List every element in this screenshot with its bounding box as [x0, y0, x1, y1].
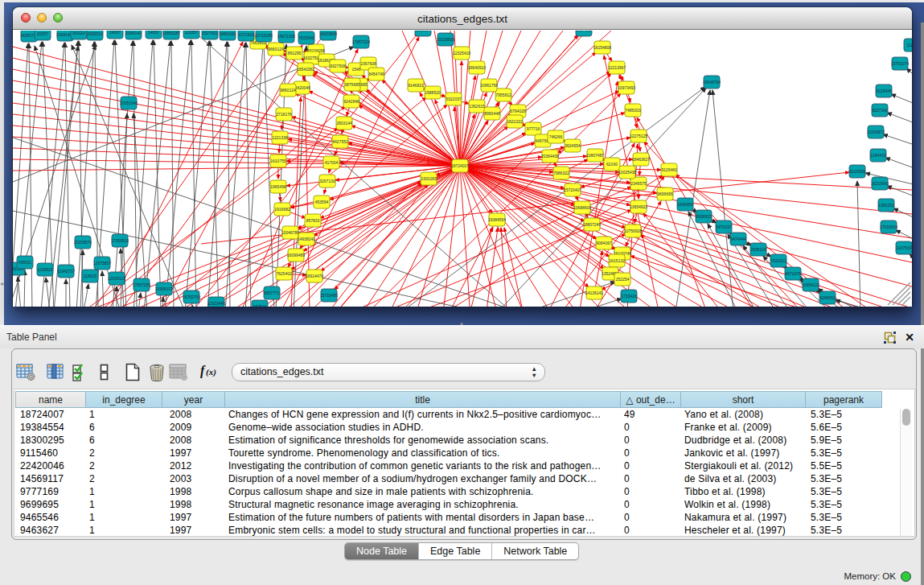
svg-text:20364436: 20364436 — [541, 154, 559, 159]
svg-text:2935114: 2935114 — [750, 247, 766, 252]
svg-text:19384554: 19384554 — [488, 217, 506, 222]
svg-text:7485003: 7485003 — [625, 108, 641, 113]
svg-text:12905115: 12905115 — [108, 276, 125, 281]
svg-text:1615132: 1615132 — [609, 258, 625, 263]
svg-text:6794028: 6794028 — [510, 109, 526, 113]
svg-text:1071918: 1071918 — [238, 32, 254, 37]
svg-text:11175: 11175 — [906, 43, 912, 47]
svg-text:7515546: 7515546 — [298, 35, 314, 40]
svg-text:12213967: 12213967 — [608, 65, 626, 70]
svg-text:10961758: 10961758 — [480, 83, 498, 88]
svg-text:62160: 62160 — [606, 162, 618, 167]
svg-text:2803144: 2803144 — [336, 121, 352, 126]
svg-text:1640954: 1640954 — [677, 202, 693, 207]
svg-text:10653287: 10653287 — [162, 31, 180, 35]
svg-text:16210643: 16210643 — [871, 181, 889, 186]
svg-text:9657771: 9657771 — [264, 290, 280, 295]
svg-text:1244415: 1244415 — [870, 153, 886, 158]
svg-text:16914479: 16914479 — [306, 274, 323, 278]
svg-text:1369251: 1369251 — [878, 203, 894, 208]
svg-text:2087662: 2087662 — [576, 31, 592, 32]
svg-text:1905513: 1905513 — [87, 31, 103, 36]
svg-text:9245652: 9245652 — [819, 295, 836, 300]
svg-text:20557: 20557 — [37, 31, 48, 36]
svg-text:8427552: 8427552 — [332, 139, 348, 144]
svg-text:12275125: 12275125 — [630, 134, 647, 138]
svg-text:417004: 417004 — [325, 160, 339, 165]
svg-text:16099489: 16099489 — [287, 253, 305, 257]
svg-text:5322037: 5322037 — [446, 97, 462, 101]
svg-text:12923445: 12923445 — [207, 301, 225, 306]
svg-text:9327508: 9327508 — [330, 64, 346, 68]
svg-text:7632621: 7632621 — [770, 258, 786, 263]
svg-text:891295: 891295 — [288, 51, 302, 56]
svg-text:10756928: 10756928 — [624, 229, 642, 233]
svg-text:1167534: 1167534 — [896, 245, 911, 250]
svg-text:150513: 150513 — [253, 304, 267, 307]
svg-text:1527602: 1527602 — [202, 31, 218, 35]
svg-text:746266: 746266 — [549, 134, 563, 139]
svg-text:f: f — [200, 364, 206, 378]
svg-text:977716: 977716 — [527, 126, 540, 131]
svg-text:8454749: 8454749 — [368, 72, 384, 76]
svg-text:18724007: 18724007 — [451, 163, 469, 168]
svg-text:3875685: 3875685 — [344, 82, 360, 87]
svg-text:1916682: 1916682 — [274, 207, 290, 212]
svg-text:13654923: 13654923 — [630, 204, 647, 209]
svg-text:10654122: 10654122 — [802, 282, 819, 287]
svg-text:453594: 453594 — [315, 200, 329, 204]
svg-text:8471676: 8471676 — [785, 271, 801, 276]
svg-text:1610755: 1610755 — [270, 159, 286, 163]
svg-text:17857224: 17857224 — [352, 39, 370, 44]
svg-text:3624554: 3624554 — [565, 143, 581, 148]
svg-text:8813054: 8813054 — [415, 31, 431, 32]
svg-text:1733426: 1733426 — [621, 294, 637, 299]
svg-text:10046786: 10046786 — [281, 230, 299, 235]
svg-text:169114: 169114 — [72, 31, 86, 35]
svg-text:1156829: 1156829 — [37, 267, 52, 272]
svg-text:16671355: 16671355 — [277, 34, 295, 39]
svg-text:9129946: 9129946 — [876, 89, 892, 93]
svg-text:12975857: 12975857 — [93, 261, 111, 266]
svg-text:16154808: 16154808 — [593, 45, 611, 50]
svg-text:1588520: 1588520 — [425, 90, 441, 95]
svg-text:16543362: 16543362 — [297, 67, 314, 72]
svg-text:10958107: 10958107 — [155, 286, 173, 291]
svg-text:1362615: 1362615 — [469, 104, 485, 109]
svg-text:14938242: 14938242 — [298, 237, 315, 241]
svg-text:9242848: 9242848 — [343, 99, 359, 104]
svg-text:16648784: 16648784 — [703, 80, 721, 84]
svg-text:7955812: 7955812 — [495, 93, 511, 97]
svg-text:7625402: 7625402 — [276, 271, 292, 276]
svg-text:2718176: 2718176 — [276, 112, 292, 117]
svg-text:9660124: 9660124 — [268, 47, 284, 51]
svg-text:18640910: 18640910 — [468, 65, 486, 70]
svg-text:10973493: 10973493 — [618, 85, 635, 90]
svg-text:18463627: 18463627 — [632, 157, 650, 162]
svg-text:9474444: 9474444 — [730, 237, 746, 241]
svg-text:121557: 121557 — [185, 31, 199, 35]
svg-text:10719185: 10719185 — [255, 33, 273, 38]
svg-text:17957255: 17957255 — [133, 282, 150, 287]
svg-text:10807487: 10807487 — [586, 153, 604, 158]
svg-text:2367608: 2367608 — [360, 61, 376, 66]
svg-text:857833: 857833 — [306, 218, 320, 223]
svg-text:12942737: 12942737 — [57, 269, 75, 274]
svg-text:17016504: 17016504 — [880, 225, 897, 229]
svg-text:1546: 1546 — [351, 67, 360, 72]
svg-text:14957: 14957 — [148, 31, 159, 35]
svg-text:17359918: 17359918 — [111, 238, 129, 243]
svg-text:435001: 435001 — [18, 260, 32, 265]
svg-text:8938923: 8938923 — [696, 214, 712, 219]
svg-text:6479197: 6479197 — [716, 225, 732, 229]
svg-text:19218506: 19218506 — [437, 37, 454, 42]
svg-text:2349575: 2349575 — [630, 181, 647, 186]
svg-text:15751074: 15751074 — [891, 61, 909, 66]
svg-text:9115460: 9115460 — [661, 167, 676, 172]
svg-text:12325419: 12325419 — [453, 51, 470, 56]
svg-text:9466160: 9466160 — [220, 31, 236, 36]
svg-text:9227342: 9227342 — [872, 108, 888, 113]
svg-text:1621022: 1621022 — [507, 119, 523, 124]
svg-text:16033809: 16033809 — [319, 31, 337, 36]
svg-text:12093872: 12093872 — [867, 130, 885, 134]
